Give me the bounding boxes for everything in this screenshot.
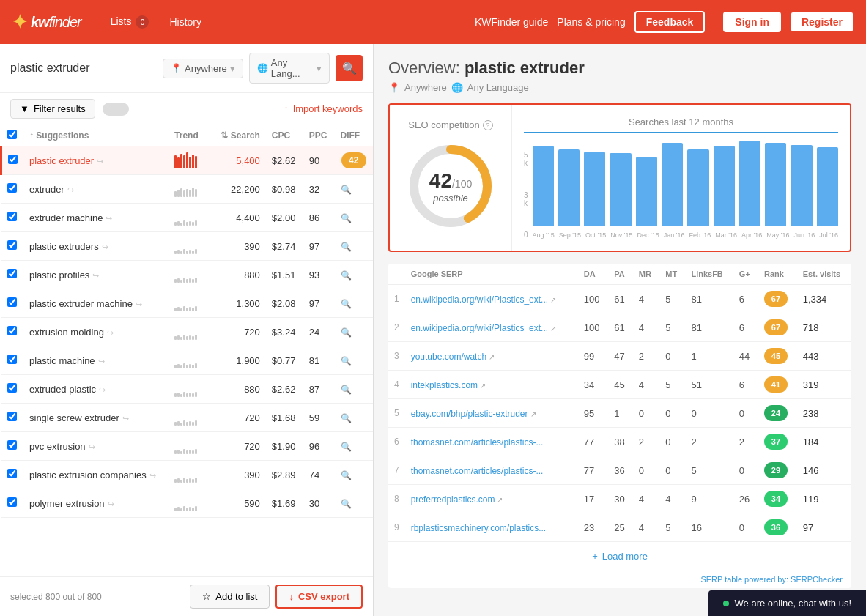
search-icon[interactable]: 🔍 [341, 356, 352, 366]
search-icon[interactable]: 🔍 [341, 413, 352, 423]
y-label-bot: 0 [524, 231, 528, 239]
mini-bar [186, 152, 188, 168]
table-row: extruded plastic↪880$2.6287🔍 [1, 375, 374, 404]
keywords-table-container[interactable]: ↑ Suggestions Trend ⇅ Search CPC PPC DIF… [0, 125, 373, 576]
chat-online-dot [723, 601, 729, 606]
serp-metric: 47 [608, 342, 633, 371]
row-checkbox[interactable] [8, 155, 18, 164]
guide-link[interactable]: KWFinder guide [475, 16, 548, 28]
signin-button[interactable]: Sign in [723, 12, 781, 32]
location-chevron-icon: ▾ [230, 63, 235, 74]
serp-url-link[interactable]: intekplastics.com [411, 380, 478, 390]
chart-x-label: May '16 [766, 231, 789, 239]
import-button[interactable]: ↑ Import keywords [284, 103, 363, 114]
search-input[interactable] [10, 62, 157, 75]
history-nav-item[interactable]: History [162, 12, 209, 32]
row-checkbox[interactable] [7, 183, 17, 193]
keyword-arrow-icon: ↪ [92, 271, 99, 280]
trend-chart [174, 495, 207, 511]
row-checkbox[interactable] [7, 212, 17, 221]
serp-metric: 0 [633, 456, 659, 485]
cpc-value: $0.98 [272, 184, 296, 195]
row-checkbox[interactable] [7, 412, 17, 421]
ppc-value: 96 [309, 441, 319, 452]
mini-bar [177, 450, 180, 454]
bar-chart-bar [739, 141, 760, 226]
mini-bar [174, 155, 177, 168]
serp-url-link[interactable]: thomasnet.com/articles/plastics-... [411, 466, 544, 476]
search-icon[interactable]: 🔍 [341, 299, 352, 309]
serp-url-link[interactable]: thomasnet.com/articles/plastics-... [411, 437, 544, 448]
search-icon[interactable]: 🔍 [341, 327, 352, 338]
bar-chart-bar [791, 145, 812, 226]
search-icon[interactable]: 🔍 [341, 442, 352, 452]
serp-footer-link[interactable]: SERPChecker [791, 575, 843, 584]
chat-widget[interactable]: We are online, chat with us! [708, 590, 866, 616]
row-checkbox[interactable] [7, 240, 17, 250]
mini-bar [180, 394, 182, 397]
search-icon[interactable]: 🔍 [341, 213, 352, 223]
serp-col-header: Rank [758, 264, 797, 285]
serp-metric: 95 [578, 399, 609, 428]
mini-bar [189, 190, 191, 197]
serp-metric: 0 [733, 456, 758, 485]
row-checkbox[interactable] [7, 497, 17, 507]
serp-url-link[interactable]: ebay.com/bhp/plastic-extruder [411, 409, 528, 419]
serp-metric: 6 [733, 285, 758, 313]
search-icon[interactable]: 🔍 [341, 185, 352, 195]
serp-url-link[interactable]: youtube.com/watch [411, 352, 486, 362]
lists-nav-item[interactable]: Lists 0 [103, 11, 157, 34]
row-checkbox[interactable] [7, 297, 17, 307]
search-icon[interactable]: 🔍 [341, 270, 352, 281]
select-all-checkbox[interactable] [7, 130, 17, 139]
row-checkbox[interactable] [7, 269, 17, 278]
mini-bar [177, 157, 180, 168]
language-dropdown[interactable]: 🌐 Any Lang... ▾ [249, 53, 330, 84]
mini-bar [192, 251, 194, 254]
serp-metric: 1 [685, 342, 733, 371]
serp-url-link[interactable]: en.wikipedia.org/wiki/Plastics_ext... [411, 323, 548, 333]
mini-bar [189, 278, 191, 283]
bar-chart-bar [636, 157, 657, 226]
plans-link[interactable]: Plans & pricing [557, 16, 625, 28]
mini-bar [192, 365, 194, 368]
csv-export-button[interactable]: ↓ CSV export [275, 585, 363, 609]
search-icon[interactable]: 🔍 [341, 499, 352, 509]
search-icon[interactable]: 🔍 [341, 385, 352, 395]
trend-chart [174, 409, 207, 426]
mini-bar [183, 306, 185, 311]
load-more-button[interactable]: + Load more [388, 542, 851, 571]
divider [714, 11, 714, 33]
bar-chart-bar [765, 143, 786, 226]
serp-url-link[interactable]: rbplasticsmachinery.com/plastics... [411, 523, 547, 533]
serp-col-header: MR [633, 264, 659, 285]
mini-bar [195, 449, 197, 454]
row-checkbox[interactable] [7, 469, 17, 478]
mini-bar [189, 157, 191, 168]
mini-bar [195, 363, 197, 368]
filter-toggle[interactable] [103, 103, 129, 116]
location-dropdown[interactable]: 📍 Anywhere ▾ [163, 59, 243, 78]
mini-bar [174, 422, 177, 426]
serp-metric: 1 [608, 399, 633, 428]
mini-bar [174, 450, 177, 454]
row-checkbox[interactable] [7, 440, 17, 450]
filter-button[interactable]: ▼ Filter results [10, 99, 95, 119]
serp-url-link[interactable]: en.wikipedia.org/wiki/Plastics_ext... [411, 294, 548, 305]
search-button[interactable]: 🔍 [336, 55, 363, 81]
feedback-button[interactable]: Feedback [634, 11, 706, 33]
row-checkbox[interactable] [7, 355, 17, 364]
add-to-list-button[interactable]: ☆ Add to list [190, 585, 270, 609]
search-icon[interactable]: 🔍 [341, 470, 352, 480]
overview-location: 📍 Anywhere 🌐 Any Language [388, 82, 851, 93]
row-checkbox[interactable] [7, 383, 17, 393]
trend-chart [174, 181, 207, 197]
mini-bar [195, 392, 197, 397]
search-icon[interactable]: 🔍 [341, 242, 352, 252]
row-checkbox[interactable] [7, 326, 17, 335]
serp-row: 5ebay.com/bhp/plastic-extruder↗951000024… [388, 399, 851, 428]
register-button[interactable]: Register [790, 11, 854, 33]
mini-bar [183, 392, 185, 397]
keyword-text: extrusion molding [29, 327, 104, 338]
serp-url-link[interactable]: preferredplastics.com [411, 494, 495, 505]
